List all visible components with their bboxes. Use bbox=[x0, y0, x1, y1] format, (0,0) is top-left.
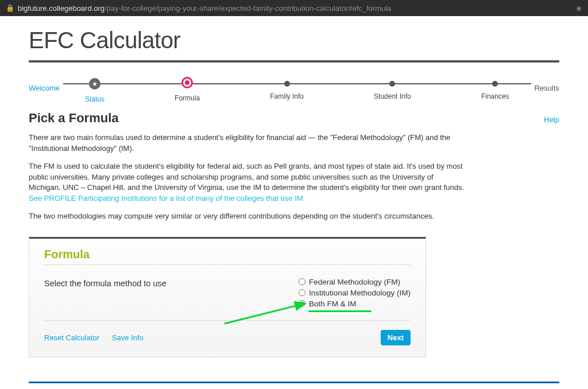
progress-step-family-info[interactable]: Family Info bbox=[270, 76, 304, 103]
radio-icon bbox=[299, 289, 305, 296]
title-rule bbox=[29, 60, 559, 63]
radio-icon bbox=[299, 278, 305, 285]
progress-step-label: Formula bbox=[175, 94, 200, 102]
radio-icon bbox=[299, 300, 305, 307]
url-text: bigfuture.collegeboard.org/pay-for-colle… bbox=[18, 4, 391, 13]
option-label: Institutional Methodology (IM) bbox=[309, 289, 411, 297]
help-link[interactable]: Help bbox=[544, 115, 559, 124]
step-dot-icon bbox=[389, 81, 395, 87]
section-heading: Pick a Formula bbox=[29, 111, 119, 126]
save-info-link[interactable]: Save Info bbox=[112, 333, 144, 342]
formula-panel: Formula Select the formula method to use… bbox=[29, 237, 426, 357]
progress-step-label: Family Info bbox=[270, 92, 304, 100]
annotation-underline bbox=[308, 310, 372, 312]
option-label: Both FM & IM bbox=[309, 299, 357, 308]
progress-step-status[interactable]: ★ Status bbox=[85, 76, 105, 103]
step-dot-icon bbox=[284, 81, 290, 87]
intro-paragraph-2: The FM is used to calculate the student'… bbox=[29, 161, 465, 204]
option-federal-methodology[interactable]: Federal Methodology (FM) bbox=[299, 278, 411, 286]
address-bar: 🔒 bigfuture.collegeboard.org/pay-for-col… bbox=[0, 0, 588, 16]
progress-step-label: Finances bbox=[481, 92, 509, 100]
progress-step-label: Status bbox=[85, 95, 105, 103]
reset-calculator-link[interactable]: Reset Calculator bbox=[44, 333, 99, 342]
progress-step-label: Student Info bbox=[374, 92, 411, 100]
url-host: bigfuture.collegeboard.org bbox=[18, 4, 105, 13]
progress-step-formula[interactable]: Formula bbox=[175, 76, 200, 103]
formula-prompt: Select the formula method to use bbox=[44, 278, 299, 288]
option-label: Federal Methodology (FM) bbox=[309, 278, 400, 286]
progress-start[interactable]: Welcome bbox=[29, 84, 60, 92]
option-institutional-methodology[interactable]: Institutional Methodology (IM) bbox=[299, 289, 411, 297]
footer-rule bbox=[29, 382, 559, 383]
formula-options: Federal Methodology (FM) Institutional M… bbox=[299, 278, 411, 312]
intro-paragraph-1: There are two main formulas used to dete… bbox=[29, 133, 465, 154]
option-both-fm-im[interactable]: Both FM & IM bbox=[299, 299, 411, 308]
intro-paragraph-3: The two methodologies may compute very s… bbox=[29, 211, 465, 222]
panel-title: Formula bbox=[44, 248, 411, 265]
profile-institutions-link[interactable]: See PROFILE Participating Institutions f… bbox=[29, 194, 305, 203]
progress-end: Results bbox=[535, 84, 559, 92]
magnify-icon[interactable]: ⍟ bbox=[577, 3, 581, 13]
star-icon: ★ bbox=[89, 78, 100, 90]
current-step-icon bbox=[181, 77, 193, 88]
page-title: EFC Calculator bbox=[29, 28, 559, 53]
lock-icon: 🔒 bbox=[6, 4, 14, 12]
url-path: /pay-for-college/paying-your-share/expec… bbox=[105, 4, 391, 13]
progress-step-finances[interactable]: Finances bbox=[481, 76, 509, 103]
next-button[interactable]: Next bbox=[381, 330, 411, 345]
step-dot-icon bbox=[492, 81, 498, 87]
progress-bar: Welcome ★ Status Formula Family Info bbox=[29, 76, 559, 99]
progress-step-student-info[interactable]: Student Info bbox=[374, 76, 411, 103]
